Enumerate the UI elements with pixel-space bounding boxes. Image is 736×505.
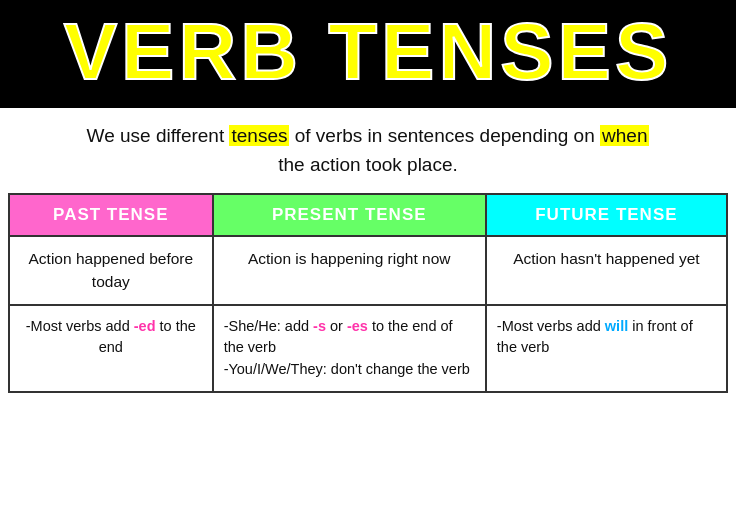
rules-row: -Most verbs add -ed to the end -She/He: …: [9, 305, 727, 392]
future-rules: -Most verbs add will in front of the ver…: [486, 305, 727, 392]
header-future: FUTURE TENSE: [486, 194, 727, 236]
present-rule1-colored2: -es: [347, 318, 368, 334]
present-rule1-before: -She/He: add: [224, 318, 313, 334]
header-present: PRESENT TENSE: [213, 194, 486, 236]
present-description: Action is happening right now: [213, 236, 486, 305]
present-rule1-colored1: -s: [313, 318, 326, 334]
table-container: PAST TENSE PRESENT TENSE FUTURE TENSE Ac…: [0, 193, 736, 393]
present-rules: -She/He: add -s or -es to the end of the…: [213, 305, 486, 392]
description-row: Action happened before today Action is h…: [9, 236, 727, 305]
past-description: Action happened before today: [9, 236, 213, 305]
future-rule-prefix: -Most verbs add: [497, 318, 605, 334]
intro-text-mid: of verbs in sentences depending on: [289, 125, 600, 146]
present-rule1-mid: or: [326, 318, 347, 334]
tenses-highlight: tenses: [229, 125, 289, 146]
present-rule2: -You/I/We/They: don't change the verb: [224, 361, 470, 377]
future-rule-colored: will: [605, 318, 628, 334]
header-section: VERB TENSES: [0, 0, 736, 108]
when-highlight: when: [600, 125, 649, 146]
tenses-table: PAST TENSE PRESENT TENSE FUTURE TENSE Ac…: [8, 193, 728, 393]
past-rule-colored: -ed: [134, 318, 156, 334]
intro-text-before: We use different: [87, 125, 230, 146]
main-title: VERB TENSES: [16, 10, 720, 94]
future-description: Action hasn't happened yet: [486, 236, 727, 305]
header-past: PAST TENSE: [9, 194, 213, 236]
intro-section: We use different tenses of verbs in sent…: [0, 108, 736, 189]
past-rule-prefix: -Most verbs add: [26, 318, 134, 334]
past-rules: -Most verbs add -ed to the end: [9, 305, 213, 392]
intro-text-end: the action took place.: [278, 154, 458, 175]
